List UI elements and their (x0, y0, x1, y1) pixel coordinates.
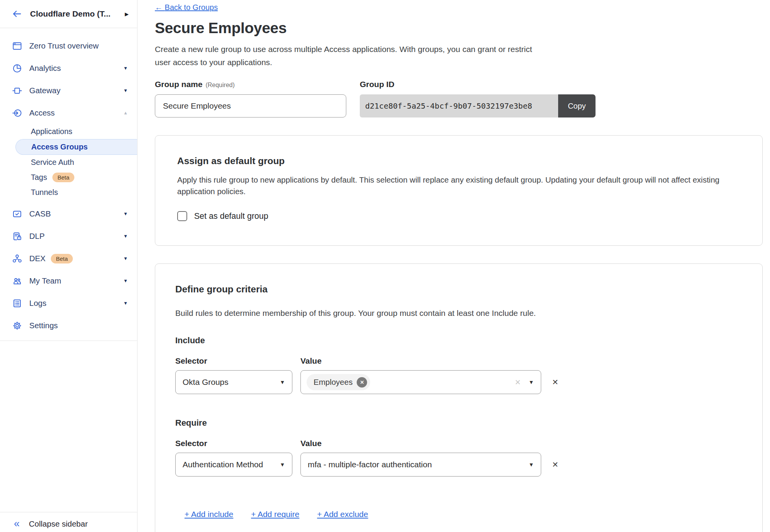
sidebar-item-service-auth[interactable]: Service Auth (0, 155, 137, 170)
include-selector-value: Okta Groups (183, 378, 228, 387)
sidebar-item-dlp[interactable]: DLP ▼ (0, 225, 137, 247)
chevron-down-icon: ▼ (280, 379, 285, 385)
required-hint: (Required) (206, 82, 235, 88)
group-meta-row: Group name(Required) Group ID d21ce80f-5… (155, 80, 763, 117)
require-value-dropdown[interactable]: mfa - multiple-factor authentication ▼ (300, 453, 541, 477)
sidebar-nav: Zero Trust overview Analytics ▼ Gateway … (0, 28, 137, 341)
group-id-label: Group ID (360, 80, 394, 89)
sidebar-item-access[interactable]: Access ▲ (0, 102, 137, 124)
chevron-up-icon[interactable]: ▲ (123, 110, 128, 116)
sidebar-item-label: DLP (29, 232, 45, 241)
chip-remove-icon[interactable]: ✕ (357, 377, 367, 388)
chevron-down-icon[interactable]: ▼ (123, 256, 128, 261)
access-icon (12, 107, 22, 118)
group-name-input[interactable] (155, 94, 346, 117)
account-header: Cloudflare Demo (T... ▶ (0, 0, 137, 28)
gear-icon (12, 320, 22, 331)
sidebar-item-label: Logs (29, 299, 46, 308)
include-labels: Selector Value (175, 356, 742, 366)
sidebar-item-label: Zero Trust overview (29, 41, 99, 50)
include-rule-row: Okta Groups ▼ Employees ✕ ✕ ▼ ✕ (175, 370, 742, 394)
chevron-down-icon[interactable]: ▼ (123, 233, 128, 239)
sidebar-item-tunnels[interactable]: Tunnels (0, 185, 137, 200)
dex-cluster-icon (12, 253, 22, 264)
sidebar-item-logs[interactable]: Logs ▼ (0, 292, 137, 314)
chevron-down-icon[interactable]: ▼ (123, 65, 128, 71)
include-selector-dropdown[interactable]: Okta Groups ▼ (175, 370, 292, 394)
beta-badge: Beta (52, 173, 74, 182)
criteria-card: Define group criteria Build rules to det… (155, 263, 763, 532)
account-expand-icon[interactable]: ▶ (125, 11, 129, 17)
rule-actions: + Add include + Add require + Add exclud… (185, 510, 742, 519)
sidebar-item-label: Access Groups (31, 143, 88, 151)
sidebar-item-access-groups[interactable]: Access Groups (15, 139, 137, 155)
remove-require-rule-icon[interactable]: ✕ (552, 461, 559, 468)
add-require-link[interactable]: + Add require (251, 510, 300, 519)
selector-label: Selector (175, 439, 300, 448)
default-group-card: Assign as default group Apply this rule … (155, 135, 763, 246)
casb-icon (12, 208, 22, 219)
sidebar-item-gateway[interactable]: Gateway ▼ (0, 79, 137, 102)
chevron-down-icon[interactable]: ▼ (123, 88, 128, 93)
value-chip: Employees ✕ (307, 374, 370, 390)
include-value-multiselect[interactable]: Employees ✕ ✕ ▼ (300, 370, 541, 394)
beta-badge: Beta (51, 254, 73, 263)
sidebar-item-label: Tags (31, 173, 47, 182)
collapse-sidebar-button[interactable]: « Collapse sidebar (0, 512, 137, 529)
page-title: Secure Employees (155, 20, 763, 37)
collapse-label: Collapse sidebar (29, 519, 88, 529)
sidebar-item-tags[interactable]: Tags Beta (0, 170, 137, 185)
copy-button[interactable]: Copy (558, 94, 596, 117)
add-exclude-link[interactable]: + Add exclude (317, 510, 368, 519)
chevron-down-icon[interactable]: ▼ (123, 278, 128, 284)
group-id-value: d21ce80f-5a25-4bcf-9b07-5032197e3be8 (360, 94, 558, 117)
value-label: Value (300, 356, 322, 366)
default-group-checkbox-row: Set as default group (177, 211, 740, 221)
default-group-body: Apply this rule group to new application… (177, 174, 740, 197)
sidebar-item-analytics[interactable]: Analytics ▼ (0, 57, 137, 79)
chevron-down-icon[interactable]: ▼ (123, 300, 128, 306)
require-value: mfa - multiple-factor authentication (308, 460, 432, 469)
back-arrow-glyph: ← (155, 3, 163, 12)
sidebar-item-label: Service Auth (31, 158, 74, 167)
criteria-title: Define group criteria (175, 284, 742, 295)
remove-include-rule-icon[interactable]: ✕ (552, 378, 559, 386)
group-id-field: Group ID d21ce80f-5a25-4bcf-9b07-5032197… (360, 80, 596, 117)
require-selector-dropdown[interactable]: Authentication Method ▼ (175, 453, 292, 477)
sidebar-item-my-team[interactable]: My Team ▼ (0, 270, 137, 292)
require-labels: Selector Value (175, 439, 742, 448)
sidebar-item-label: My Team (29, 276, 61, 285)
chevron-down-icon: ▼ (528, 379, 534, 385)
main-content: ← Back to Groups Secure Employees Create… (155, 0, 763, 532)
back-to-groups-link[interactable]: ← Back to Groups (155, 3, 218, 12)
add-include-link[interactable]: + Add include (185, 510, 233, 519)
sidebar-item-label: Applications (31, 127, 72, 136)
clear-values-icon[interactable]: ✕ (515, 378, 521, 387)
sidebar-item-applications[interactable]: Applications (0, 124, 137, 139)
include-heading: Include (175, 336, 742, 346)
selector-label: Selector (175, 356, 300, 366)
dlp-document-lock-icon (12, 231, 22, 242)
analytics-pie-icon (12, 63, 22, 74)
access-submenu: Applications Access Groups Service Auth … (0, 124, 137, 200)
set-default-checkbox[interactable] (177, 211, 187, 221)
group-name-label: Group name (155, 80, 203, 89)
account-name[interactable]: Cloudflare Demo (T... (30, 9, 117, 18)
chevron-down-icon[interactable]: ▼ (123, 211, 128, 216)
sidebar-item-casb[interactable]: CASB ▼ (0, 203, 137, 225)
sidebar-item-label: Settings (29, 321, 58, 330)
back-arrow-icon[interactable] (12, 8, 22, 19)
sidebar-item-label: Tunnels (31, 188, 58, 197)
sidebar-item-zero-trust-overview[interactable]: Zero Trust overview (0, 35, 137, 57)
require-selector-value: Authentication Method (183, 460, 263, 469)
sidebar-item-label: Analytics (29, 64, 61, 73)
group-id-box: d21ce80f-5a25-4bcf-9b07-5032197e3be8 Cop… (360, 94, 596, 117)
sidebar: Cloudflare Demo (T... ▶ Zero Trust overv… (0, 0, 138, 532)
sidebar-item-settings[interactable]: Settings (0, 314, 137, 337)
nav-divider (0, 341, 137, 341)
sidebar-item-dex[interactable]: DEX Beta ▼ (0, 247, 137, 270)
team-people-icon (12, 275, 22, 286)
group-name-field: Group name(Required) (155, 80, 360, 117)
chip-label: Employees (314, 378, 352, 387)
set-default-checkbox-label: Set as default group (194, 211, 268, 221)
